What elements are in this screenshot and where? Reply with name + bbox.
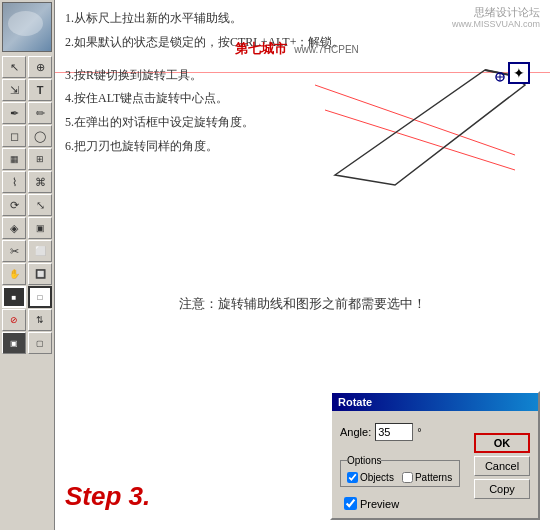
svg-line-1 [325, 110, 515, 170]
rect-tool[interactable]: ◻ [2, 125, 26, 147]
content-area: 思绪设计论坛 www.MISSVUAN.com 1.从标尺上拉出新的水平辅助线。… [55, 0, 550, 530]
mesh-tool[interactable]: ⊞ [28, 148, 52, 170]
watermark: 思绪设计论坛 www.MISSVUAN.com [452, 5, 540, 31]
note-text: 注意：旋转辅助线和图形之前都需要选中！ [179, 295, 426, 313]
paint-tool[interactable]: ⌘ [28, 171, 52, 193]
objects-label: Objects [360, 472, 394, 483]
angle-input[interactable] [375, 423, 413, 441]
hand-tool[interactable]: ✋ [2, 263, 26, 285]
zoom-tool[interactable]: ⊕ [28, 56, 52, 78]
toolbar-image [2, 2, 52, 52]
copy-button[interactable]: Copy [474, 479, 530, 499]
tool-row: ▣ ▢ [2, 332, 52, 354]
toolbar: ↖ ⊕ ⇲ T ✒ ✏ ◻ ◯ ▦ ⊞ ⌇ ⌘ ⟳ ⤡ ◈ ▣ [0, 0, 55, 530]
rotate-tool[interactable]: ⟳ [2, 194, 26, 216]
options-fieldset: Options Objects Patterns [340, 455, 460, 487]
watermark-line2: www.MISSVUAN.com [452, 19, 540, 31]
view-mode1[interactable]: ▣ [2, 332, 26, 354]
fill-color[interactable]: ■ [2, 286, 26, 308]
objects-checkbox[interactable] [347, 472, 358, 483]
tool-row: ⌇ ⌘ [2, 171, 52, 193]
patterns-label: Patterns [415, 472, 452, 483]
graph-tool[interactable]: ▦ [2, 148, 26, 170]
brush-tool[interactable]: ⌇ [2, 171, 26, 193]
tool-row: ↖ ⊕ [2, 56, 52, 78]
cancel-button[interactable]: Cancel [474, 456, 530, 476]
patterns-option[interactable]: Patterns [402, 472, 452, 483]
dialog-titlebar: Rotate [332, 393, 538, 411]
rotate-dialog: Rotate Angle: ° Options O [330, 391, 540, 520]
tool-row: ■ □ [2, 286, 52, 308]
objects-option[interactable]: Objects [347, 472, 394, 483]
knife-illustration [315, 55, 535, 195]
tool-row: ▦ ⊞ [2, 148, 52, 170]
type-tool[interactable]: T [28, 79, 52, 101]
tool-row: ◻ ◯ [2, 125, 52, 147]
eraser-tool[interactable]: ⬜ [28, 240, 52, 262]
tool-row: ✒ ✏ [2, 102, 52, 124]
blend-tool[interactable]: ◈ [2, 217, 26, 239]
instruction-1: 1.从标尺上拉出新的水平辅助线。 [65, 8, 450, 30]
none-fill[interactable]: ⊘ [2, 309, 26, 331]
svg-line-0 [315, 85, 515, 155]
gradient-tool[interactable]: ▣ [28, 217, 52, 239]
angle-label: Angle: [340, 426, 371, 438]
ellipse-tool[interactable]: ◯ [28, 125, 52, 147]
watermark-line1: 思绪设计论坛 [474, 5, 540, 19]
degree-symbol: ° [417, 426, 421, 438]
star-icon: ✦ [508, 62, 530, 84]
pencil-tool[interactable]: ✏ [28, 102, 52, 124]
dialog-buttons: OK Cancel Copy [474, 433, 530, 499]
preview-label: Preview [360, 498, 399, 510]
step-label: Step 3. [65, 481, 150, 512]
page-tool[interactable]: 🔲 [28, 263, 52, 285]
arrow-tool[interactable]: ↖ [2, 56, 26, 78]
scale-tool[interactable]: ⤡ [28, 194, 52, 216]
tool-row: ⊘ ⇅ [2, 309, 52, 331]
ok-button[interactable]: OK [474, 433, 530, 453]
tool-row: ◈ ▣ [2, 217, 52, 239]
tool-row: ⇲ T [2, 79, 52, 101]
stroke-color[interactable]: □ [28, 286, 52, 308]
tool-row: ⟳ ⤡ [2, 194, 52, 216]
tool-row: ✋ 🔲 [2, 263, 52, 285]
tool-row: ✂ ⬜ [2, 240, 52, 262]
options-legend: Options [347, 455, 381, 466]
dialog-title: Rotate [338, 396, 372, 408]
dialog-body: Angle: ° Options Objects [332, 411, 538, 518]
pen-tool[interactable]: ✒ [2, 102, 26, 124]
options-checkboxes: Objects Patterns [347, 472, 453, 483]
scissors-tool[interactable]: ✂ [2, 240, 26, 262]
view-mode2[interactable]: ▢ [28, 332, 52, 354]
swap-colors[interactable]: ⇅ [28, 309, 52, 331]
patterns-checkbox[interactable] [402, 472, 413, 483]
preview-checkbox[interactable] [344, 497, 357, 510]
select-tool[interactable]: ⇲ [2, 79, 26, 101]
